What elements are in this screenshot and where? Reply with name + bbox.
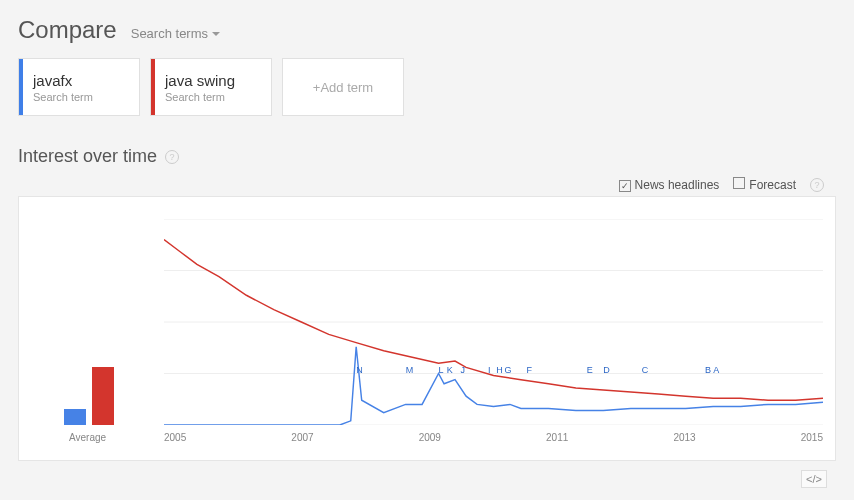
x-tick: 2007	[291, 432, 313, 443]
term-sub: Search term	[33, 91, 139, 103]
add-term-button[interactable]: +Add term	[282, 58, 404, 116]
chart-marker[interactable]: A	[713, 365, 719, 375]
chart-marker[interactable]: H	[496, 365, 503, 375]
embed-icon[interactable]: </>	[801, 470, 827, 488]
header-area: Compare Search terms javafx Search term …	[0, 0, 854, 128]
chart-marker[interactable]: G	[504, 365, 511, 375]
line-chart-svg	[164, 219, 823, 425]
section-header: Interest over time ?	[18, 146, 836, 167]
help-icon[interactable]: ?	[165, 150, 179, 164]
term-card-java-swing[interactable]: java swing Search term	[150, 58, 272, 116]
content: Interest over time ? ✓News headlines For…	[0, 146, 854, 461]
chart-marker[interactable]: D	[603, 365, 610, 375]
chart-marker[interactable]: F	[526, 365, 532, 375]
chart-marker[interactable]: M	[406, 365, 414, 375]
x-axis: 200520072009201120132015	[164, 432, 823, 443]
chart-marker[interactable]: J	[461, 365, 466, 375]
news-headlines-checkbox[interactable]: ✓News headlines	[619, 178, 720, 192]
x-tick: 2009	[419, 432, 441, 443]
chart-marker[interactable]: K	[447, 365, 453, 375]
compare-row: Compare Search terms	[18, 16, 836, 44]
x-tick: 2013	[673, 432, 695, 443]
term-name: java swing	[165, 72, 271, 89]
term-sub: Search term	[165, 91, 271, 103]
caret-down-icon	[212, 32, 220, 36]
checkbox-unchecked-icon	[733, 177, 745, 189]
forecast-checkbox[interactable]: Forecast	[733, 177, 796, 192]
x-tick: 2015	[801, 432, 823, 443]
checkbox-checked-icon: ✓	[619, 180, 631, 192]
term-name: javafx	[33, 72, 139, 89]
term-card-javafx[interactable]: javafx Search term	[18, 58, 140, 116]
chart-marker[interactable]: E	[587, 365, 593, 375]
chart-marker[interactable]: I	[488, 365, 491, 375]
chart-marker[interactable]: N	[356, 365, 363, 375]
chart-marker[interactable]: L	[439, 365, 444, 375]
chart-marker[interactable]: B	[705, 365, 711, 375]
search-terms-dropdown[interactable]: Search terms	[131, 26, 220, 41]
term-cards: javafx Search term java swing Search ter…	[18, 58, 836, 116]
average-label: Average	[69, 432, 106, 443]
compare-title: Compare	[18, 16, 117, 44]
x-tick: 2011	[546, 432, 568, 443]
chart-area: 200520072009201120132015 NMLKJIHGFEDCBA	[44, 219, 823, 425]
chart-box: Average 200520072009201120132015 NMLKJIH…	[18, 196, 836, 461]
chart-marker[interactable]: C	[642, 365, 649, 375]
x-tick: 2005	[164, 432, 186, 443]
options-row: ✓News headlines Forecast ?	[18, 173, 836, 196]
help-icon[interactable]: ?	[810, 178, 824, 192]
search-terms-label: Search terms	[131, 26, 208, 41]
interest-title: Interest over time	[18, 146, 157, 167]
